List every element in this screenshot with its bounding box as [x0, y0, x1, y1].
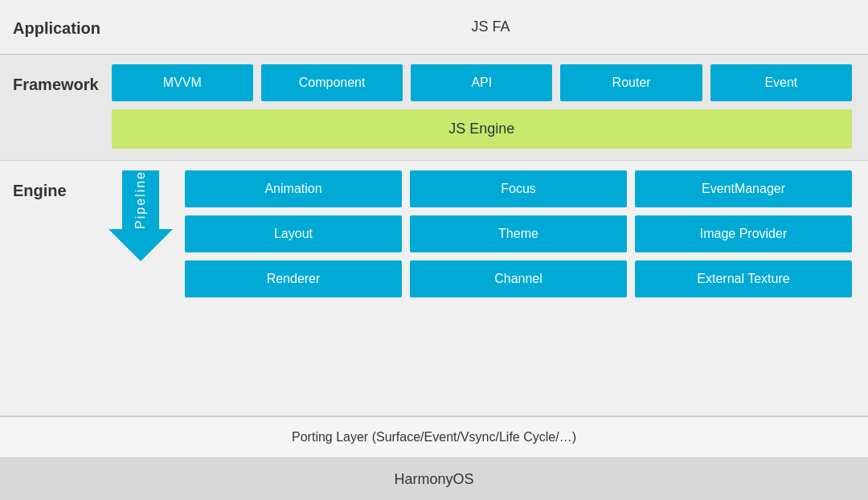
js-engine-box: JS Engine: [112, 109, 852, 149]
framework-layer: Framework MVVMComponentAPIRouterEvent JS…: [0, 55, 868, 161]
engine-box-renderer: Renderer: [185, 260, 402, 297]
framework-box-api: API: [411, 64, 552, 101]
pipeline-arrowhead: [108, 229, 173, 261]
porting-text: Porting Layer (Surface/Event/Vsync/Life …: [292, 430, 576, 445]
engine-box-external-texture: External Texture: [635, 260, 852, 297]
engine-box-event-manager: EventManager: [635, 170, 852, 207]
framework-label: Framework: [0, 64, 112, 102]
porting-layer: Porting Layer (Surface/Event/Vsync/Life …: [0, 416, 868, 458]
framework-box-component: Component: [261, 64, 403, 101]
js-fa-label: JS FA: [113, 18, 868, 35]
application-label: Application: [0, 8, 113, 46]
engine-box-theme: Theme: [410, 215, 627, 252]
framework-box-router: Router: [560, 64, 702, 101]
engine-content: Pipeline AnimationFocusEventManagerLayou…: [104, 170, 868, 297]
harmonyos-layer: HarmonyOS: [0, 458, 868, 500]
framework-boxes: MVVMComponentAPIRouterEvent: [112, 64, 852, 101]
pipeline-label: Pipeline: [133, 170, 148, 229]
pipeline-arrow: Pipeline: [104, 170, 177, 261]
engine-box-layout: Layout: [185, 215, 402, 252]
engine-box-focus: Focus: [410, 170, 627, 207]
framework-box-mvvm: MVVM: [112, 64, 253, 101]
engine-grid: AnimationFocusEventManagerLayoutThemeIma…: [177, 170, 852, 297]
framework-box-event: Event: [710, 64, 852, 101]
engine-box-animation: Animation: [185, 170, 402, 207]
application-layer: Application JS FA: [0, 0, 868, 55]
framework-content: MVVMComponentAPIRouterEvent JS Engine: [112, 64, 868, 149]
engine-layer: Engine Pipeline AnimationFocusEventManag…: [0, 161, 868, 416]
pipeline-shaft: Pipeline: [122, 170, 159, 229]
engine-box-image-provider: Image Provider: [635, 215, 852, 252]
engine-box-channel: Channel: [410, 260, 627, 297]
harmonyos-text: HarmonyOS: [394, 471, 473, 488]
engine-label: Engine: [0, 170, 104, 208]
